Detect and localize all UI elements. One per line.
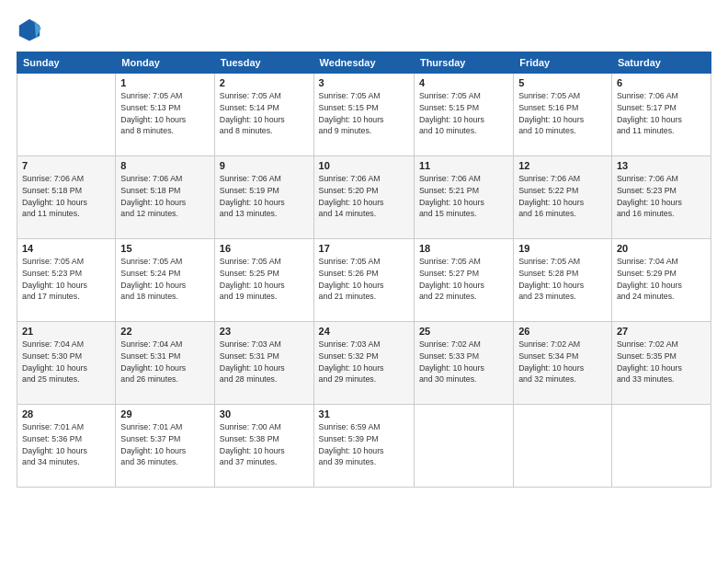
weekday-header-sunday: Sunday: [17, 52, 116, 74]
day-info: Sunrise: 7:06 AM Sunset: 5:18 PM Dayligh…: [120, 173, 210, 220]
calendar-cell: 13Sunrise: 7:06 AM Sunset: 5:23 PM Dayli…: [611, 156, 711, 239]
calendar-cell: 16Sunrise: 7:05 AM Sunset: 5:25 PM Dayli…: [214, 239, 313, 322]
day-number: 26: [518, 326, 607, 337]
calendar-week-row: 14Sunrise: 7:05 AM Sunset: 5:23 PM Dayli…: [17, 239, 711, 322]
day-number: 22: [120, 326, 210, 337]
day-number: 25: [419, 326, 508, 337]
calendar-cell: 24Sunrise: 7:03 AM Sunset: 5:32 PM Dayli…: [313, 322, 414, 405]
day-info: Sunrise: 7:04 AM Sunset: 5:30 PM Dayligh…: [22, 339, 110, 385]
day-info: Sunrise: 7:05 AM Sunset: 5:25 PM Dayligh…: [220, 256, 309, 303]
day-number: 18: [419, 243, 508, 254]
day-number: 7: [22, 160, 110, 171]
calendar-cell: 17Sunrise: 7:05 AM Sunset: 5:26 PM Dayli…: [313, 239, 414, 322]
day-number: 17: [319, 243, 409, 254]
calendar-cell: 15Sunrise: 7:05 AM Sunset: 5:24 PM Dayli…: [116, 239, 215, 322]
day-info: Sunrise: 7:02 AM Sunset: 5:35 PM Dayligh…: [617, 339, 706, 385]
header: [17, 17, 711, 42]
day-number: 15: [120, 243, 210, 254]
day-number: 31: [319, 408, 409, 419]
calendar-cell: 4Sunrise: 7:05 AM Sunset: 5:15 PM Daylig…: [414, 74, 513, 156]
calendar-week-row: 7Sunrise: 7:06 AM Sunset: 5:18 PM Daylig…: [17, 156, 711, 239]
day-number: 4: [419, 77, 508, 88]
day-info: Sunrise: 7:05 AM Sunset: 5:23 PM Dayligh…: [22, 256, 110, 303]
day-info: Sunrise: 7:06 AM Sunset: 5:21 PM Dayligh…: [419, 173, 508, 220]
calendar-cell: 1Sunrise: 7:05 AM Sunset: 5:13 PM Daylig…: [116, 74, 215, 156]
day-info: Sunrise: 7:06 AM Sunset: 5:19 PM Dayligh…: [220, 173, 309, 220]
weekday-header-friday: Friday: [514, 52, 612, 74]
calendar-cell: [414, 405, 513, 488]
calendar-header-row: SundayMondayTuesdayWednesdayThursdayFrid…: [17, 52, 711, 74]
day-info: Sunrise: 7:06 AM Sunset: 5:20 PM Dayligh…: [319, 173, 409, 220]
day-info: Sunrise: 7:05 AM Sunset: 5:15 PM Dayligh…: [419, 90, 508, 137]
calendar-cell: 9Sunrise: 7:06 AM Sunset: 5:19 PM Daylig…: [214, 156, 313, 239]
day-info: Sunrise: 6:59 AM Sunset: 5:39 PM Dayligh…: [319, 421, 409, 468]
day-info: Sunrise: 7:01 AM Sunset: 5:37 PM Dayligh…: [120, 421, 210, 468]
day-info: Sunrise: 7:04 AM Sunset: 5:29 PM Dayligh…: [617, 256, 706, 303]
day-info: Sunrise: 7:05 AM Sunset: 5:26 PM Dayligh…: [319, 256, 409, 303]
day-number: 8: [120, 160, 210, 171]
day-info: Sunrise: 7:06 AM Sunset: 5:22 PM Dayligh…: [518, 173, 607, 220]
day-number: 20: [617, 243, 706, 254]
day-info: Sunrise: 7:04 AM Sunset: 5:31 PM Dayligh…: [120, 339, 210, 385]
calendar-cell: 10Sunrise: 7:06 AM Sunset: 5:20 PM Dayli…: [313, 156, 414, 239]
logo-icon: [17, 17, 42, 42]
calendar-cell: 21Sunrise: 7:04 AM Sunset: 5:30 PM Dayli…: [17, 322, 116, 405]
day-number: 14: [22, 243, 110, 254]
calendar-cell: 8Sunrise: 7:06 AM Sunset: 5:18 PM Daylig…: [116, 156, 215, 239]
day-number: 19: [518, 243, 607, 254]
day-number: 12: [518, 160, 607, 171]
day-info: Sunrise: 7:02 AM Sunset: 5:34 PM Dayligh…: [518, 339, 607, 385]
weekday-header-thursday: Thursday: [414, 52, 513, 74]
weekday-header-monday: Monday: [116, 52, 215, 74]
calendar-cell: [17, 74, 116, 156]
day-number: 24: [319, 326, 409, 337]
calendar-cell: 30Sunrise: 7:00 AM Sunset: 5:38 PM Dayli…: [214, 405, 313, 488]
day-info: Sunrise: 7:03 AM Sunset: 5:32 PM Dayligh…: [319, 339, 409, 385]
calendar-week-row: 21Sunrise: 7:04 AM Sunset: 5:30 PM Dayli…: [17, 322, 711, 405]
calendar-cell: 31Sunrise: 6:59 AM Sunset: 5:39 PM Dayli…: [313, 405, 414, 488]
day-info: Sunrise: 7:03 AM Sunset: 5:31 PM Dayligh…: [220, 339, 309, 385]
day-number: 10: [319, 160, 409, 171]
day-number: 3: [319, 77, 409, 88]
day-number: 16: [220, 243, 309, 254]
day-number: 13: [617, 160, 706, 171]
day-info: Sunrise: 7:05 AM Sunset: 5:27 PM Dayligh…: [419, 256, 508, 303]
day-info: Sunrise: 7:05 AM Sunset: 5:24 PM Dayligh…: [120, 256, 210, 303]
calendar-week-row: 28Sunrise: 7:01 AM Sunset: 5:36 PM Dayli…: [17, 405, 711, 488]
day-number: 1: [120, 77, 210, 88]
calendar-cell: 12Sunrise: 7:06 AM Sunset: 5:22 PM Dayli…: [514, 156, 612, 239]
weekday-header-saturday: Saturday: [611, 52, 711, 74]
calendar-cell: 26Sunrise: 7:02 AM Sunset: 5:34 PM Dayli…: [514, 322, 612, 405]
calendar-cell: 20Sunrise: 7:04 AM Sunset: 5:29 PM Dayli…: [611, 239, 711, 322]
day-info: Sunrise: 7:05 AM Sunset: 5:16 PM Dayligh…: [518, 90, 607, 137]
calendar-cell: 5Sunrise: 7:05 AM Sunset: 5:16 PM Daylig…: [514, 74, 612, 156]
day-info: Sunrise: 7:05 AM Sunset: 5:15 PM Dayligh…: [319, 90, 409, 137]
day-number: 9: [220, 160, 309, 171]
day-number: 23: [220, 326, 309, 337]
calendar-cell: 3Sunrise: 7:05 AM Sunset: 5:15 PM Daylig…: [313, 74, 414, 156]
day-number: 21: [22, 326, 110, 337]
day-info: Sunrise: 7:01 AM Sunset: 5:36 PM Dayligh…: [22, 421, 110, 468]
day-number: 29: [120, 408, 210, 419]
calendar-cell: 2Sunrise: 7:05 AM Sunset: 5:14 PM Daylig…: [214, 74, 313, 156]
weekday-header-wednesday: Wednesday: [313, 52, 414, 74]
calendar-cell: 28Sunrise: 7:01 AM Sunset: 5:36 PM Dayli…: [17, 405, 116, 488]
day-info: Sunrise: 7:06 AM Sunset: 5:17 PM Dayligh…: [617, 90, 706, 137]
day-number: 30: [220, 408, 309, 419]
day-info: Sunrise: 7:05 AM Sunset: 5:14 PM Dayligh…: [220, 90, 309, 137]
day-number: 11: [419, 160, 508, 171]
calendar-cell: 23Sunrise: 7:03 AM Sunset: 5:31 PM Dayli…: [214, 322, 313, 405]
calendar-week-row: 1Sunrise: 7:05 AM Sunset: 5:13 PM Daylig…: [17, 74, 711, 156]
calendar-cell: 29Sunrise: 7:01 AM Sunset: 5:37 PM Dayli…: [116, 405, 215, 488]
calendar-cell: [611, 405, 711, 488]
calendar-cell: [514, 405, 612, 488]
day-info: Sunrise: 7:06 AM Sunset: 5:23 PM Dayligh…: [617, 173, 706, 220]
day-info: Sunrise: 7:05 AM Sunset: 5:28 PM Dayligh…: [518, 256, 607, 303]
day-number: 28: [22, 408, 110, 419]
calendar-table: SundayMondayTuesdayWednesdayThursdayFrid…: [17, 52, 711, 488]
calendar-cell: 19Sunrise: 7:05 AM Sunset: 5:28 PM Dayli…: [514, 239, 612, 322]
calendar-cell: 25Sunrise: 7:02 AM Sunset: 5:33 PM Dayli…: [414, 322, 513, 405]
calendar-cell: 22Sunrise: 7:04 AM Sunset: 5:31 PM Dayli…: [116, 322, 215, 405]
day-info: Sunrise: 7:05 AM Sunset: 5:13 PM Dayligh…: [120, 90, 210, 137]
calendar-cell: 11Sunrise: 7:06 AM Sunset: 5:21 PM Dayli…: [414, 156, 513, 239]
